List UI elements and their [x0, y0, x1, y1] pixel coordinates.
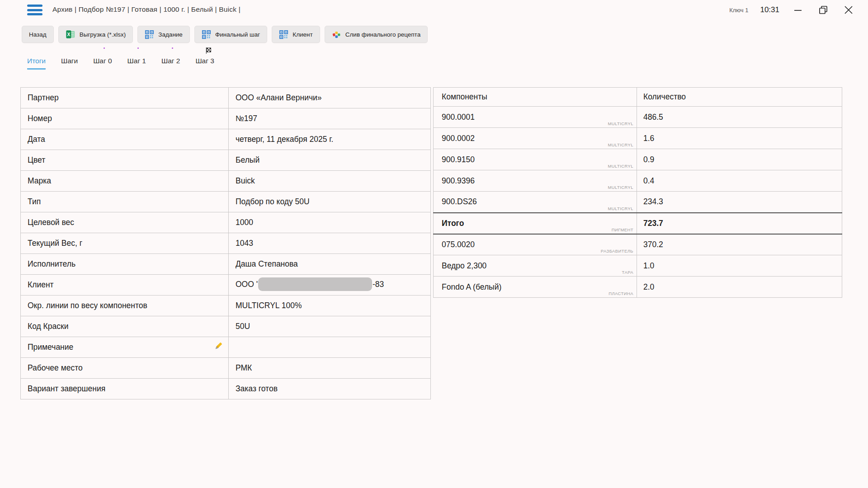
- detail-label-cell: Рабочее место: [21, 358, 229, 379]
- tab-итоги[interactable]: Итоги: [27, 46, 46, 70]
- svg-text:X: X: [67, 32, 70, 37]
- detail-label: Марка: [28, 176, 51, 185]
- detail-label: Целевой вес: [28, 218, 74, 227]
- detail-label: Цвет: [28, 155, 45, 164]
- details-row: МаркаBuick: [21, 171, 431, 192]
- detail-value-cell: 1000: [229, 212, 431, 233]
- detail-value-cell: Белый: [229, 150, 431, 171]
- component-qty-cell: 370.2: [637, 234, 842, 255]
- detail-value: Подбор по коду 50U: [236, 197, 310, 206]
- details-row: Номер№197: [21, 108, 431, 129]
- component-qty-cell: 0.4: [637, 170, 842, 192]
- redaction-block: [258, 277, 372, 291]
- detail-value-cell: ООО «Алани Верничи»: [229, 88, 431, 108]
- detail-value: №197: [236, 114, 257, 123]
- component-name: 900.0001: [442, 113, 475, 122]
- toolbar: Назад X Выгрузка (*.xlsx) Задание: [22, 26, 428, 43]
- component-name: 900.9150: [442, 155, 475, 164]
- components-row: 900.0002MULTICRYL1.6: [434, 128, 842, 149]
- component-category-badge: MULTICRYL: [608, 142, 633, 147]
- components-row: Fondo A (белый)ПЛАСТИНА2.0: [434, 277, 842, 298]
- component-category-badge: MULTICRYL: [608, 206, 633, 211]
- detail-value-cell: Заказ готов: [229, 379, 431, 399]
- detail-label: Партнер: [28, 93, 59, 102]
- component-qty-cell: 723.7: [637, 213, 842, 234]
- tab-шаг-3[interactable]: Шаг 3: [195, 46, 214, 70]
- component-qty-cell: 0.9: [637, 149, 842, 170]
- tab-шаг-0[interactable]: Шаг 0: [93, 46, 112, 70]
- component-qty-cell: 1.6: [637, 128, 842, 149]
- detail-label: Вариант завершения: [28, 384, 105, 393]
- detail-label: Текущий Вес, г: [28, 239, 82, 248]
- detail-label-cell: Текущий Вес, г: [21, 233, 229, 254]
- detail-value: 1043: [236, 239, 253, 248]
- component-name: Ведро 2,300: [442, 261, 486, 270]
- toolbar-button-label: Клиент: [292, 31, 312, 38]
- detail-value: ООО ': [236, 280, 258, 289]
- component-name-cell: Fondo A (белый)ПЛАСТИНА: [434, 277, 637, 298]
- component-category-badge: ПЛАСТИНА: [609, 291, 633, 296]
- toolbar-button-1[interactable]: X Выгрузка (*.xlsx): [58, 26, 133, 43]
- detail-value: Заказ готов: [236, 384, 278, 393]
- component-name-cell: 900.0001MULTICRYL: [434, 107, 637, 128]
- paint-drain-icon: [332, 30, 341, 39]
- details-row: Рабочее местоРМК: [21, 358, 431, 379]
- components-header: Компоненты: [434, 88, 637, 107]
- toolbar-button-5[interactable]: Слив финального рецепта: [325, 26, 428, 43]
- details-row: КлиентООО '-83: [21, 275, 431, 296]
- toolbar-button-label: Назад: [29, 31, 47, 38]
- detail-label-cell: Партнер: [21, 88, 229, 108]
- detail-value-cell: четверг, 11 декабря 2025 г.: [229, 129, 431, 150]
- clock: 10:31: [760, 5, 779, 14]
- detail-value: Белый: [236, 155, 259, 164]
- toolbar-button-2[interactable]: Задание: [137, 26, 190, 43]
- edit-note-button[interactable]: [213, 342, 223, 353]
- detail-value: 1000: [236, 218, 253, 227]
- details-row: ЦветБелый: [21, 150, 431, 171]
- components-header: Количество: [637, 88, 842, 107]
- tab-шаги[interactable]: Шаги: [61, 46, 78, 70]
- components-total-row: ИтогоПИГМЕНТ723.7: [434, 213, 842, 234]
- details-row: Текущий Вес, г1043: [21, 233, 431, 254]
- components-row: 900.DS26MULTICRYL234.3: [434, 192, 842, 213]
- component-name: 075.0020: [442, 240, 475, 249]
- toolbar-button-label: Выгрузка (*.xlsx): [80, 31, 126, 38]
- toolbar-button-label: Слив финального рецепта: [345, 31, 420, 38]
- detail-label: Окр. линии по весу компонентов: [28, 301, 147, 310]
- detail-label: Тип: [28, 197, 41, 206]
- details-row: ИсполнительДаша Степанова: [21, 254, 431, 275]
- minimize-button[interactable]: [791, 3, 805, 17]
- detail-value: MULTICRYL 100%: [236, 301, 302, 310]
- checkered-flag-icon: [205, 47, 212, 54]
- hamburger-menu-icon[interactable]: [27, 5, 42, 16]
- close-button[interactable]: [842, 3, 855, 17]
- toolbar-button-back[interactable]: Назад: [22, 26, 54, 43]
- detail-label-cell: Клиент: [21, 275, 229, 296]
- component-name: Fondo A (белый): [442, 282, 501, 291]
- restore-button[interactable]: [816, 3, 830, 17]
- details-row: Код Краски50U: [21, 316, 431, 337]
- window-title: Архив | Подбор №197 | Готовая | 1000 г. …: [52, 5, 241, 14]
- toolbar-button-3[interactable]: Финальный шаг: [194, 26, 267, 43]
- tab-шаг-1[interactable]: Шаг 1: [127, 46, 146, 70]
- component-category-badge: РАЗБАВИТЕЛЬ: [601, 249, 633, 253]
- qr-icon: [202, 30, 211, 39]
- details-row: Целевой вес1000: [21, 212, 431, 233]
- component-name-cell: 075.0020РАЗБАВИТЕЛЬ: [434, 234, 637, 255]
- detail-label-cell: Целевой вес: [21, 212, 229, 233]
- detail-value-cell: 50U: [229, 316, 431, 337]
- tab-label: Шаг 1: [127, 57, 146, 68]
- detail-value: 50U: [236, 322, 250, 331]
- toolbar-button-4[interactable]: Клиент: [272, 26, 320, 43]
- detail-label: Клиент: [28, 280, 54, 289]
- tab-шаг-2[interactable]: Шаг 2: [161, 46, 180, 70]
- detail-value-cell: №197: [229, 108, 431, 129]
- details-row: Датачетверг, 11 декабря 2025 г.: [21, 129, 431, 150]
- detail-value: Buick: [236, 176, 255, 185]
- detail-label-cell: Номер: [21, 108, 229, 129]
- detail-value-cell: РМК: [229, 358, 431, 379]
- details-table: ПартнерООО «Алани Верничи»Номер№197Датач…: [20, 87, 431, 399]
- tab-label: Шаг 3: [195, 57, 214, 68]
- detail-value-cell: Buick: [229, 171, 431, 192]
- detail-label-cell: Вариант завершения: [21, 379, 229, 399]
